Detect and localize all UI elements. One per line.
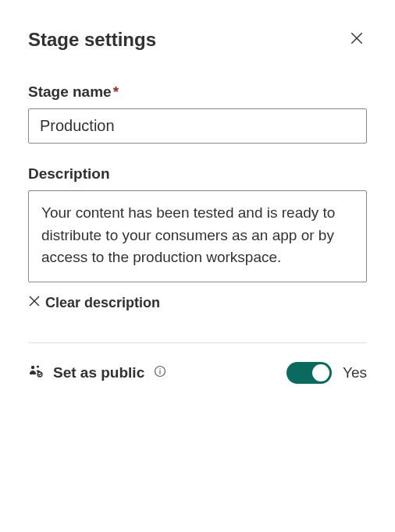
set-public-label: Set as public	[53, 364, 144, 381]
clear-icon	[28, 295, 41, 311]
svg-point-4	[31, 366, 34, 369]
stage-name-input[interactable]	[28, 108, 367, 144]
set-public-toggle[interactable]	[286, 362, 332, 384]
close-button[interactable]	[347, 28, 367, 51]
info-icon[interactable]	[154, 365, 166, 381]
clear-description-label: Clear description	[45, 295, 160, 311]
close-icon	[350, 31, 364, 48]
svg-point-9	[160, 368, 161, 369]
people-icon	[28, 364, 44, 382]
toggle-thumb	[312, 364, 329, 381]
required-marker: *	[113, 83, 119, 100]
panel-title: Stage settings	[28, 29, 156, 51]
description-label: Description	[28, 165, 367, 183]
set-public-row: Set as public Yes	[28, 362, 367, 384]
description-textarea[interactable]	[28, 190, 367, 282]
clear-description-button[interactable]: Clear description	[28, 293, 160, 313]
stage-name-label: Stage name*	[28, 83, 367, 101]
svg-point-5	[37, 365, 39, 367]
divider	[28, 342, 367, 343]
stage-name-label-text: Stage name	[28, 83, 112, 100]
toggle-state-label: Yes	[343, 364, 367, 381]
